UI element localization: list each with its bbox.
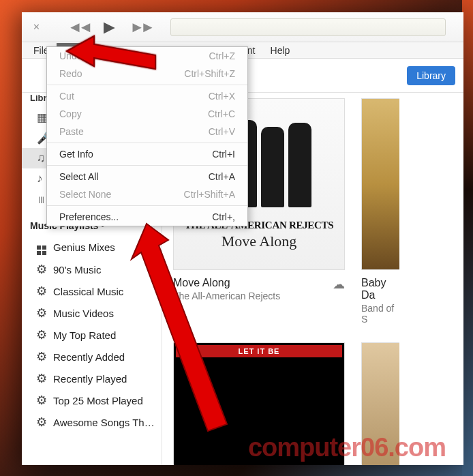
gear-icon [35,349,48,364]
menu-item-label: Paste [59,126,84,137]
genius-icon [35,239,48,255]
gear-icon [35,327,48,342]
playlist-label: Classical Music [53,286,123,297]
menu-item-label: Cut [59,91,74,102]
album-artist: Band of S [361,303,399,325]
menu-cut[interactable]: CutCtrl+X [47,87,247,105]
menu-item-shortcut: Ctrl+Shift+A [184,189,235,200]
annotation-arrow-edit [61,31,164,85]
shuffle-repeat-group: ✕ [33,22,40,32]
menu-get-info[interactable]: Get InfoCtrl+I [47,145,247,163]
menu-item-shortcut: Ctrl+V [209,126,235,137]
gear-icon [35,306,48,321]
gear-icon [35,415,48,430]
playlist-label: Recently Played [53,373,127,385]
menu-item-label: Preferences... [59,211,119,222]
library-button[interactable]: Library [407,66,455,85]
playlist-label: Genius Mixes [53,241,115,253]
album-baby-da[interactable]: Baby Da Band of S [361,98,399,325]
playlist-label: Recently Added [53,351,125,363]
menu-item-shortcut: Ctrl+Z [209,50,236,61]
menu-item-shortcut: Ctrl+X [209,91,235,102]
menu-select-all[interactable]: Select AllCtrl+A [47,168,247,185]
menu-item-label: Get Info [59,149,93,160]
playlist-label: Music Videos [53,308,114,319]
playlist-label: 90's Music [53,264,101,276]
menu-item-shortcut: Ctrl+I [212,149,235,160]
menu-item-shortcut: Ctrl+A [209,171,235,182]
svg-marker-0 [67,36,155,69]
menu-copy[interactable]: CopyCtrl+C [47,105,247,123]
cloud-download-icon[interactable]: ☁ [333,277,345,292]
playlist-label: My Top Rated [53,329,116,341]
svg-marker-1 [132,224,227,431]
gear-icon [35,284,48,299]
menu-item-shortcut: Ctrl+Shift+Z [184,68,235,79]
gear-icon [35,393,48,408]
menu-item-label: Select None [59,189,111,200]
now-playing-display [170,18,446,36]
watermark-text: computer06.com [248,433,446,462]
menu-item-shortcut: Ctrl+C [208,108,235,119]
album-title: Baby Da [361,277,399,301]
menu-paste[interactable]: PasteCtrl+V [47,123,247,140]
annotation-arrow-preferences [119,211,242,443]
menu-help[interactable]: Help [263,43,298,58]
gear-icon [35,262,48,277]
menu-separator [47,143,247,143]
desktop-wallpaper-edge [462,0,473,476]
menu-item-label: Copy [59,108,82,119]
menu-select-none[interactable]: Select NoneCtrl+Shift+A [47,185,247,203]
menu-separator [47,165,247,166]
menu-item-label: Select All [59,171,99,182]
album-cover [361,98,399,270]
menu-separator [47,205,247,206]
shuffle-icon[interactable]: ✕ [33,22,40,32]
gear-icon [35,371,48,386]
